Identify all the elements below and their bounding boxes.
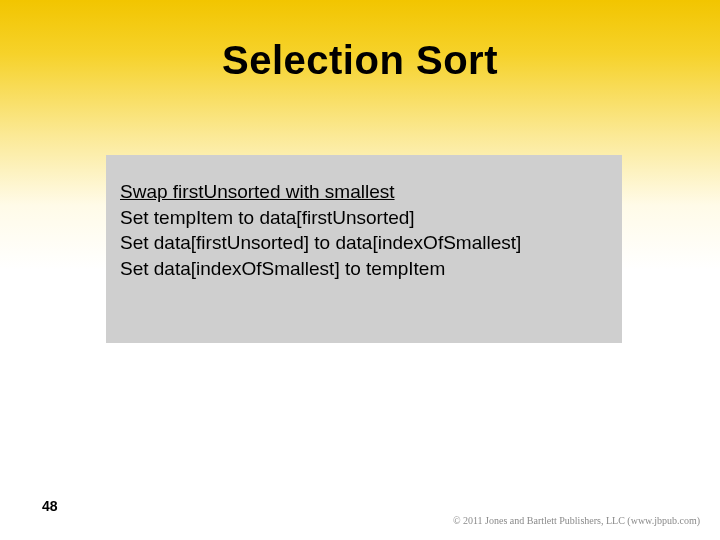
pseudocode-line: Set data[indexOfSmallest] to tempItem bbox=[120, 256, 606, 282]
page-number: 48 bbox=[42, 498, 58, 514]
pseudocode-box: Swap firstUnsorted with smallest Set tem… bbox=[106, 155, 622, 343]
pseudocode-line: Set data[firstUnsorted] to data[indexOfS… bbox=[120, 230, 606, 256]
copyright-text: © 2011 Jones and Bartlett Publishers, LL… bbox=[453, 515, 700, 526]
pseudocode-heading: Swap firstUnsorted with smallest bbox=[120, 179, 606, 205]
slide-title: Selection Sort bbox=[0, 38, 720, 83]
pseudocode-line: Set tempItem to data[firstUnsorted] bbox=[120, 205, 606, 231]
slide: Selection Sort Swap firstUnsorted with s… bbox=[0, 0, 720, 540]
